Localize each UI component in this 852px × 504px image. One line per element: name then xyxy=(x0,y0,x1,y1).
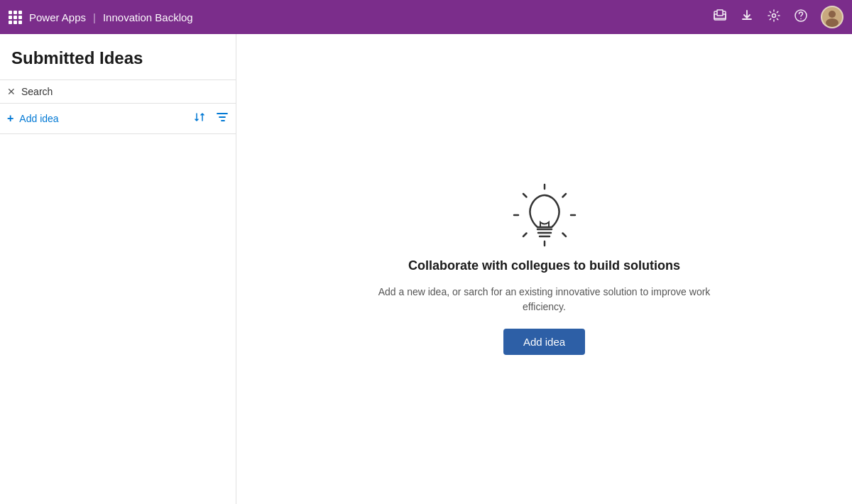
svg-point-6 xyxy=(826,18,839,27)
navbar-left: Power Apps | Innovation Backlog xyxy=(9,11,193,24)
empty-state-title: Collaborate with collegues to build solu… xyxy=(408,258,680,273)
svg-line-14 xyxy=(523,234,527,237)
add-idea-row[interactable]: + Add idea xyxy=(0,104,236,134)
navbar-brand: Power Apps | Innovation Backlog xyxy=(29,11,193,23)
filter-icon[interactable] xyxy=(216,111,229,126)
svg-point-5 xyxy=(829,11,836,18)
add-icon: + xyxy=(7,112,13,125)
svg-line-13 xyxy=(562,194,566,197)
add-idea-label[interactable]: Add idea xyxy=(19,113,187,124)
app-name-label: Innovation Backlog xyxy=(103,11,193,23)
svg-point-2 xyxy=(772,13,776,17)
brand-separator: | xyxy=(93,11,96,23)
svg-rect-1 xyxy=(717,10,723,16)
user-avatar[interactable] xyxy=(821,6,843,28)
content-area: Collaborate with collegues to build solu… xyxy=(236,34,852,504)
svg-line-12 xyxy=(562,234,566,237)
svg-point-4 xyxy=(800,18,802,19)
sidebar: Submitted Ideas ✕ Search + Add idea xyxy=(0,34,236,504)
settings-icon[interactable] xyxy=(767,9,781,26)
add-idea-button[interactable]: Add idea xyxy=(503,329,585,355)
search-input-label[interactable]: Search xyxy=(21,86,229,97)
help-icon[interactable] xyxy=(794,9,808,26)
sort-icon[interactable] xyxy=(193,111,206,126)
apps-grid-icon[interactable] xyxy=(9,11,22,24)
empty-state-description: Add a new idea, or sarch for an existing… xyxy=(367,285,722,314)
page-title: Submitted Ideas xyxy=(0,34,236,80)
clear-search-icon[interactable]: ✕ xyxy=(7,86,16,97)
lightbulb-icon xyxy=(513,183,577,247)
download-icon[interactable] xyxy=(740,9,754,26)
search-bar[interactable]: ✕ Search xyxy=(0,80,236,104)
main-layout: Submitted Ideas ✕ Search + Add idea xyxy=(0,34,852,504)
powerapps-label: Power Apps xyxy=(29,11,86,23)
navbar-right xyxy=(713,6,843,28)
empty-state: Collaborate with collegues to build solu… xyxy=(367,183,722,355)
navbar: Power Apps | Innovation Backlog xyxy=(0,0,852,34)
svg-line-11 xyxy=(523,194,527,197)
share-icon[interactable] xyxy=(713,9,727,26)
